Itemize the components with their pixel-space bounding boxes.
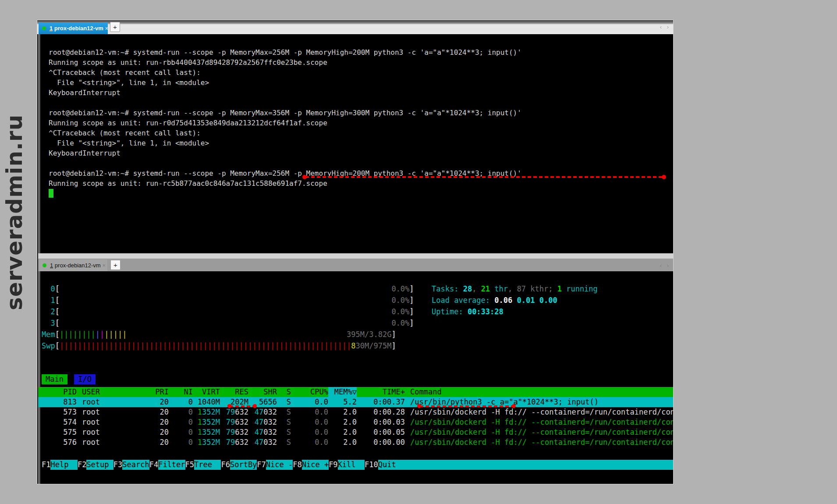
process-row[interactable]: 573root2001352M7963247032S0.02.00:00.28/… — [38, 407, 673, 417]
top-tab-bar: 1 prox-debian12-vm × + ‹ › — [37, 20, 673, 34]
fkey-label[interactable]: Quit — [378, 460, 405, 470]
col-virt[interactable]: VIRT — [193, 387, 220, 397]
tab-nav-arrows[interactable]: ‹ › — [660, 24, 670, 30]
terminal-htop[interactable]: 0[ 0.0%] 1[ 0.0%] 2[ — [38, 271, 673, 484]
terminal-line: ^CTraceback (most recent call last): — [49, 67, 521, 78]
watermark: serveradmin.ru — [2, 109, 27, 310]
htop-tabs: Main I/O — [42, 374, 98, 384]
col-res[interactable]: RES — [220, 387, 248, 397]
terminal-line — [49, 158, 521, 168]
summary-line: Uptime: 00:33:28 — [432, 306, 598, 317]
summary-line: Load average: 0.06 0.01 0.00 — [432, 295, 598, 306]
htop-function-bar: F1HelpF2SetupF3SearchF4FilterF5TreeF6Sor… — [38, 460, 673, 470]
fkey-f1[interactable]: F1 — [42, 460, 50, 470]
tab-label: 1 prox-debian12-vm — [50, 25, 103, 32]
fkey-f9[interactable]: F9 — [329, 460, 337, 470]
meter-line: Swp[||||||||||||||||||||||||||||||||||||… — [42, 340, 414, 351]
terminal-line: KeyboardInterrupt — [49, 148, 521, 158]
fkey-label[interactable]: Help — [50, 460, 77, 470]
col-pid[interactable]: PID — [42, 387, 77, 397]
htop-meters: 0[ 0.0%] 1[ 0.0%] 2[ — [42, 283, 414, 351]
col-user[interactable]: USER — [77, 387, 125, 397]
fkey-f2[interactable]: F2 — [78, 460, 86, 470]
col-time[interactable]: TIME+ — [357, 387, 405, 397]
terminal-line: Running scope as unit: run-r0d75d41353e8… — [49, 118, 521, 128]
window-divider — [38, 253, 673, 259]
close-tab-icon[interactable]: × — [103, 263, 106, 269]
tab-session-inactive[interactable]: 1 prox-debian12-vm × — [39, 259, 107, 271]
fkey-label[interactable]: Setup — [86, 460, 113, 470]
terminal-line: KeyboardInterrupt — [49, 88, 521, 98]
fkey-label[interactable]: Nice + — [302, 460, 329, 470]
fkey-label[interactable]: Tree — [194, 460, 221, 470]
fnbar-filler — [405, 460, 673, 470]
tab-session-active[interactable]: 1 prox-debian12-vm × — [39, 22, 108, 34]
col-shr[interactable]: SHR — [248, 387, 277, 397]
terminal-line: ^CTraceback (most recent call last): — [49, 128, 521, 138]
terminal-window: 1 prox-debian12-vm × + ‹ › root@debian12… — [37, 20, 674, 484]
fkey-f5[interactable]: F5 — [185, 460, 194, 470]
terminal-line: File "<string>", line 1, in <module> — [49, 138, 521, 148]
tab-nav-arrows[interactable]: ‹ › — [660, 262, 670, 269]
htop-tab-io[interactable]: I/O — [74, 374, 96, 384]
col-mem-sort[interactable]: MEM%▽ — [328, 387, 357, 397]
tab-label: 1 prox-debian12-vm — [50, 262, 101, 269]
meter-line: 2[ 0.0%] — [42, 306, 414, 317]
col-pri[interactable]: PRI — [125, 387, 169, 397]
session-status-icon — [43, 263, 46, 267]
terminal-line: Running scope as unit: run-rbb4400437d89… — [49, 57, 521, 67]
col-s[interactable]: S — [277, 387, 291, 397]
fkey-label[interactable]: Filter — [158, 460, 185, 470]
bottom-tab-bar: 1 prox-debian12-vm × + ‹ › — [38, 259, 673, 271]
new-tab-button[interactable]: + — [110, 260, 121, 270]
meter-line: 1[ 0.0%] — [42, 295, 414, 306]
fkey-label[interactable]: Nice - — [266, 460, 293, 470]
terminal-cursor — [49, 189, 53, 198]
fkey-label[interactable]: Kill — [338, 460, 365, 470]
scrollbar[interactable] — [38, 271, 40, 484]
terminal-line: File "<string>", line 1, in <module> — [49, 78, 521, 88]
close-tab-icon[interactable]: × — [105, 25, 108, 32]
fkey-label[interactable]: Search — [122, 460, 149, 470]
fkey-f3[interactable]: F3 — [113, 460, 122, 470]
process-table: PID USER PRI NI VIRT RES SHR S CPU% MEM%… — [38, 387, 673, 447]
new-tab-button[interactable]: + — [110, 22, 120, 32]
fkey-f10[interactable]: F10 — [365, 460, 378, 470]
terminal-line: root@debian12-vm:~# systemd-run --scope … — [49, 47, 521, 57]
fkey-f7[interactable]: F7 — [257, 460, 266, 470]
process-row[interactable]: 813root2001040M202M5656S0.05.20:00.37/us… — [38, 397, 673, 407]
terminal-line: Running scope as unit: run-rc5b877aac0c8… — [49, 178, 521, 188]
col-ni[interactable]: NI — [169, 387, 193, 397]
meter-line: 0[ 0.0%] — [42, 283, 414, 295]
fkey-f4[interactable]: F4 — [149, 460, 158, 470]
fkey-label[interactable]: SortBy — [230, 460, 257, 470]
col-command[interactable]: Command — [405, 387, 673, 397]
terminal-output: root@debian12-vm:~# systemd-run --scope … — [49, 47, 521, 188]
process-row[interactable]: 576root2001352M7963247032S0.02.00:00.00/… — [38, 437, 673, 447]
htop-tab-main[interactable]: Main — [42, 374, 67, 384]
meter-line: Mem[||||||||||||||| 395M/3.82G] — [42, 329, 414, 340]
scrollbar[interactable] — [38, 34, 40, 253]
session-status-icon — [42, 26, 46, 30]
htop-summary: Tasks: 28, 21 thr, 87 kthr; 1 runningLoa… — [432, 283, 598, 317]
fkey-f6[interactable]: F6 — [221, 460, 230, 470]
terminal-line — [49, 98, 521, 108]
meter-line: 3[ 0.0%] — [42, 317, 414, 329]
terminal-top[interactable]: root@debian12-vm:~# systemd-run --scope … — [38, 34, 673, 253]
fkey-f8[interactable]: F8 — [293, 460, 301, 470]
terminal-line: root@debian12-vm:~# systemd-run --scope … — [49, 168, 521, 178]
col-cpu[interactable]: CPU% — [291, 387, 328, 397]
process-row[interactable]: 574root2001352M7963247032S0.02.00:00.03/… — [38, 417, 673, 427]
process-table-header: PID USER PRI NI VIRT RES SHR S CPU% MEM%… — [38, 387, 673, 397]
terminal-line: root@debian12-vm:~# systemd-run --scope … — [49, 108, 521, 118]
summary-line: Tasks: 28, 21 thr, 87 kthr; 1 running — [432, 283, 598, 295]
process-row[interactable]: 575root2001352M7963247032S0.02.00:00.05/… — [38, 427, 673, 437]
